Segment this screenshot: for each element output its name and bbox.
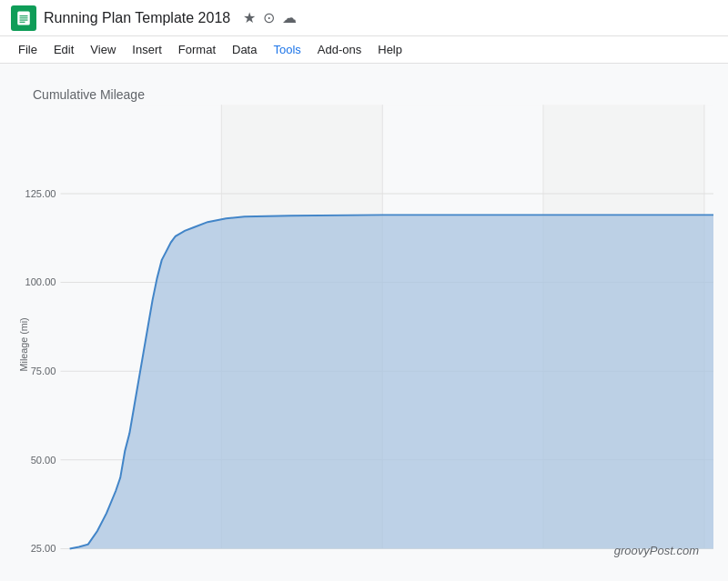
sheets-logo — [11, 5, 36, 31]
title-bar: Running Plan Template 2018 ★ ⊙ ☁ — [0, 0, 728, 36]
doc-title: Running Plan Template 2018 — [44, 10, 230, 26]
menu-tools[interactable]: Tools — [266, 39, 308, 60]
star-icon[interactable]: ★ — [243, 9, 256, 26]
svg-text:25.00: 25.00 — [31, 544, 56, 555]
svg-text:50.00: 50.00 — [31, 455, 56, 466]
title-icons: ★ ⊙ ☁ — [243, 9, 297, 26]
menu-insert[interactable]: Insert — [125, 39, 169, 60]
svg-rect-3 — [20, 19, 28, 20]
menu-edit[interactable]: Edit — [46, 39, 81, 60]
menu-bar: File Edit View Insert Format Data Tools … — [0, 36, 728, 64]
svg-rect-2 — [20, 17, 28, 18]
chart-area: 125.00 100.00 75.00 50.00 25.00 Mileage … — [15, 78, 713, 566]
svg-text:125.00: 125.00 — [25, 188, 56, 199]
menu-help[interactable]: Help — [370, 39, 410, 60]
menu-view[interactable]: View — [83, 39, 123, 60]
cloud-icon[interactable]: ☁ — [282, 9, 297, 26]
chart-container: Cumulative Mileage 125. — [15, 78, 713, 566]
drive-icon[interactable]: ⊙ — [263, 9, 275, 26]
menu-file[interactable]: File — [11, 39, 45, 60]
svg-text:100.00: 100.00 — [25, 277, 56, 288]
menu-format[interactable]: Format — [171, 39, 223, 60]
main-content: Cumulative Mileage 125. — [0, 64, 728, 581]
svg-rect-4 — [20, 21, 25, 22]
menu-addons[interactable]: Add-ons — [310, 39, 369, 60]
chart-svg: 125.00 100.00 75.00 50.00 25.00 Mileage … — [15, 78, 713, 566]
watermark: groovyPost.com — [614, 544, 699, 557]
svg-rect-1 — [20, 15, 28, 16]
menu-data[interactable]: Data — [225, 39, 264, 60]
svg-text:75.00: 75.00 — [31, 366, 56, 376]
svg-text:Mileage (mi): Mileage (mi) — [18, 317, 29, 371]
